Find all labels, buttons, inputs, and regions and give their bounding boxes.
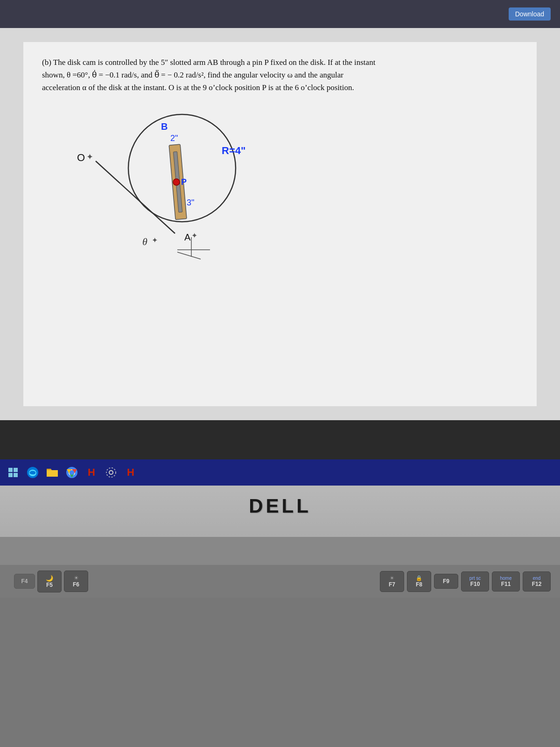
diagram-container: O ✦ R=4" B 2" xyxy=(51,107,285,285)
fn-f5-key[interactable]: 🌙 F5 xyxy=(37,571,62,592)
two-label: 2" xyxy=(170,134,178,143)
keyboard-area: F4 🌙 F5 ☀ F6 ☀ F7 xyxy=(0,537,560,747)
svg-line-9 xyxy=(96,161,175,233)
svg-text:✦: ✦ xyxy=(152,236,158,244)
fn-f8-key[interactable]: 🔒 F8 xyxy=(407,571,431,592)
problem-text: (b) The disk cam is controlled by the 5″… xyxy=(42,56,518,94)
document-area: (b) The disk cam is controlled by the 5″… xyxy=(0,28,560,420)
taskbar-chrome-icon[interactable] xyxy=(63,464,80,481)
fn-f7-key[interactable]: ☀ F7 xyxy=(380,571,404,592)
svg-rect-12 xyxy=(8,473,13,477)
taskbar-red-app2-icon[interactable]: H xyxy=(122,464,139,481)
problem-line2: shown, θ =60°, θ̇ = −0.1 rad/s, and θ̈ =… xyxy=(42,69,518,81)
svg-point-18 xyxy=(70,470,74,475)
svg-text:✦: ✦ xyxy=(86,152,93,162)
b-label: B xyxy=(161,121,168,132)
svg-rect-10 xyxy=(8,468,13,472)
fn-f4-key[interactable]: F4 xyxy=(14,574,35,589)
a-label: A xyxy=(184,232,191,242)
dell-logo: DELL xyxy=(249,495,311,517)
taskbar-windows-icon[interactable] xyxy=(5,464,21,481)
taskbar: H H xyxy=(0,459,560,486)
keyboard-top-space xyxy=(0,537,560,565)
svg-rect-11 xyxy=(14,468,18,472)
svg-line-8 xyxy=(177,252,201,259)
svg-text:✦: ✦ xyxy=(191,232,197,240)
problem-line1: (b) The disk cam is controlled by the 5″… xyxy=(42,56,518,69)
fn-f9-key[interactable]: F9 xyxy=(434,574,458,589)
r-label: R=4" xyxy=(222,145,245,156)
fn-f6-key[interactable]: ☀ F6 xyxy=(64,571,88,592)
p-label: P xyxy=(181,177,187,187)
laptop-body: DELL F4 🌙 F5 ☀ F6 xyxy=(0,486,560,747)
three-label: 3" xyxy=(187,198,194,207)
p-dot xyxy=(173,179,180,185)
o-label: O xyxy=(77,152,85,163)
keyboard-main-area xyxy=(0,598,560,747)
fn-f10-prtsc-key[interactable]: prt sc F10 xyxy=(461,571,489,592)
fn-f12-end-key[interactable]: end F12 xyxy=(523,571,551,592)
problem-line3: acceleration α of the disk at the instan… xyxy=(42,81,518,94)
taskbar-red-app1-icon[interactable]: H xyxy=(83,464,100,481)
theta-label: θ xyxy=(142,236,147,247)
diagram-svg: O ✦ R=4" B 2" xyxy=(51,107,285,285)
fn-keys-row: F4 🌙 F5 ☀ F6 ☀ F7 xyxy=(0,565,560,598)
taskbar-edge-icon[interactable] xyxy=(24,464,41,481)
svg-point-19 xyxy=(109,471,113,474)
fn-f11-home-key[interactable]: home F11 xyxy=(492,571,520,592)
browser-top-bar: Download xyxy=(0,0,560,28)
taskbar-settings-icon[interactable] xyxy=(103,464,119,481)
download-button[interactable]: Download xyxy=(509,7,551,21)
document-page: (b) The disk cam is controlled by the 5″… xyxy=(23,42,537,406)
svg-rect-13 xyxy=(14,473,18,477)
svg-point-20 xyxy=(106,468,116,477)
taskbar-folder-icon[interactable] xyxy=(44,464,61,481)
